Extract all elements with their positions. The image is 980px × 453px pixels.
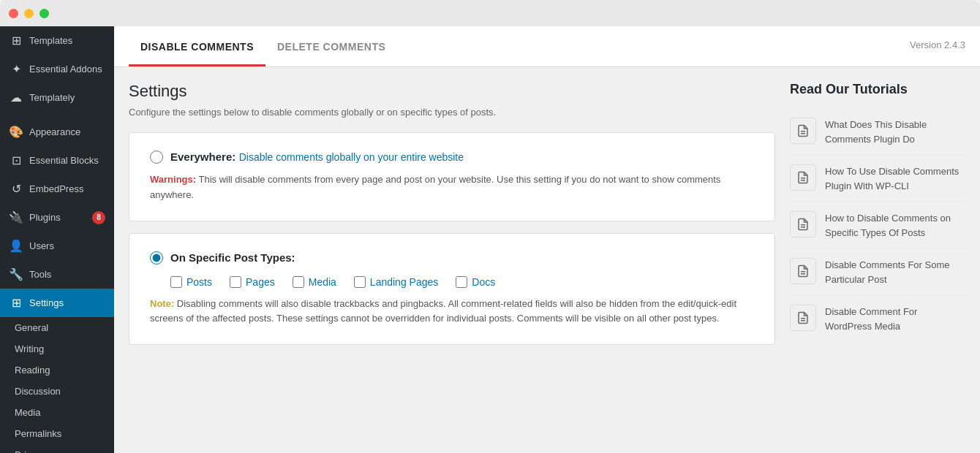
- plugins-badge: 8: [92, 211, 105, 224]
- tutorial-doc-icon-5: [790, 305, 816, 331]
- sidebar-item-label: Templates: [29, 35, 105, 46]
- sidebar-sub-item-media[interactable]: Media: [0, 402, 114, 423]
- tutorial-item-4[interactable]: Disable Comments For Some Particular Pos…: [790, 249, 965, 296]
- sidebar-item-plugins[interactable]: 🔌 Plugins 8: [0, 203, 114, 232]
- tools-icon: 🔧: [9, 267, 23, 281]
- sidebar-sub-item-discussion[interactable]: Discussion: [0, 381, 114, 402]
- tab-bar: DISABLE COMMENTS DELETE COMMENTS Version…: [114, 26, 980, 67]
- sidebar-item-label: Essential Addons: [29, 64, 105, 75]
- sidebar-item-label: EmbedPress: [29, 183, 105, 194]
- tutorial-text-5: Disable Comment For WordPress Media: [825, 305, 965, 333]
- option-card-specific: On Specific Post Types: Posts Pages: [129, 233, 775, 346]
- settings-icon: ⊞: [9, 296, 23, 310]
- tutorial-text-3: How to Disable Comments on Specific Type…: [825, 211, 965, 240]
- plugins-icon: 🔌: [9, 210, 23, 224]
- radio-everywhere[interactable]: [150, 151, 163, 164]
- checkbox-landing-pages-input[interactable]: [354, 276, 366, 288]
- sidebar-item-label: Users: [29, 240, 105, 251]
- appearance-icon: 🎨: [9, 125, 23, 139]
- sidebar-item-label: Essential Blocks: [29, 155, 105, 166]
- checkbox-pages-input[interactable]: [230, 276, 241, 288]
- checkbox-landing-pages[interactable]: Landing Pages: [354, 276, 438, 288]
- templates-icon: ⊞: [9, 34, 23, 47]
- version-label: Version 2.4.3: [910, 39, 965, 53]
- window-chrome: [0, 0, 980, 26]
- tab-disable-comments[interactable]: DISABLE COMMENTS: [129, 26, 265, 66]
- essential-addons-icon: ✦: [9, 62, 23, 76]
- tutorial-doc-icon-2: [790, 164, 816, 191]
- tutorials-title: Read Our Tutorials: [790, 82, 965, 97]
- embedpress-icon: ↺: [9, 182, 23, 196]
- option-card-everywhere: Everywhere: Disable comments globally on…: [129, 132, 775, 221]
- tutorial-text-2: How To Use Disable Comments Plugin With …: [825, 164, 965, 193]
- tutorials-sidebar: Read Our Tutorials What Does This Disabl…: [790, 82, 965, 438]
- sidebar-sub-item-writing[interactable]: Writing: [0, 338, 114, 359]
- sidebar-sub-item-general[interactable]: General: [0, 317, 114, 338]
- checkbox-pages[interactable]: Pages: [230, 276, 275, 288]
- sidebar-item-embedpress[interactable]: ↺ EmbedPress: [0, 175, 114, 203]
- radio-specific[interactable]: [150, 251, 163, 264]
- sidebar-item-label: Appearance: [29, 126, 105, 137]
- sidebar: ⊞ Templates ✦ Essential Addons ☁ Templat…: [0, 26, 114, 453]
- sidebar-item-templates[interactable]: ⊞ Templates: [0, 26, 114, 55]
- settings-subtitle: Configure the settings below to disable …: [129, 107, 775, 118]
- note-text: Note: Disabling comments will also disab…: [150, 297, 754, 327]
- minimize-button[interactable]: [24, 9, 34, 18]
- sidebar-item-label: Templately: [29, 92, 105, 103]
- sidebar-item-label: Settings: [29, 297, 105, 308]
- sidebar-item-label: Plugins: [29, 212, 86, 223]
- sidebar-item-essential-blocks[interactable]: ⊡ Essential Blocks: [0, 146, 114, 175]
- sidebar-item-tools[interactable]: 🔧 Tools: [0, 260, 114, 289]
- tab-delete-comments[interactable]: DELETE COMMENTS: [265, 26, 397, 66]
- option-row-everywhere: Everywhere: Disable comments globally on…: [150, 151, 754, 164]
- tutorial-text-1: What Does This Disable Comments Plugin D…: [825, 118, 965, 146]
- checkbox-docs[interactable]: Docs: [456, 276, 495, 288]
- option-label-specific[interactable]: On Specific Post Types:: [170, 251, 295, 264]
- users-icon: 👤: [9, 239, 23, 253]
- checkbox-posts-input[interactable]: [170, 276, 182, 288]
- sidebar-sub-item-privacy[interactable]: Privacy: [0, 444, 114, 453]
- sidebar-item-label: Tools: [29, 269, 105, 280]
- close-button[interactable]: [9, 9, 18, 18]
- checkbox-posts[interactable]: Posts: [170, 276, 212, 288]
- sidebar-sub-item-reading[interactable]: Reading: [0, 359, 114, 381]
- tutorial-item-5[interactable]: Disable Comment For WordPress Media: [790, 296, 965, 342]
- sidebar-item-essential-addons[interactable]: ✦ Essential Addons: [0, 55, 114, 83]
- checkbox-row: Posts Pages Media Landing Pages: [170, 276, 754, 288]
- sidebar-sub-item-permalinks[interactable]: Permalinks: [0, 423, 114, 444]
- sidebar-item-settings[interactable]: ⊞ Settings: [0, 289, 114, 317]
- main-content: DISABLE COMMENTS DELETE COMMENTS Version…: [114, 26, 980, 453]
- option-label-everywhere[interactable]: Everywhere: Disable comments globally on…: [170, 151, 464, 164]
- tutorial-doc-icon-1: [790, 118, 816, 144]
- warning-text-everywhere: Warnings: This will disable comments fro…: [150, 172, 754, 203]
- settings-title: Settings: [129, 82, 775, 101]
- tutorial-doc-icon-4: [790, 258, 816, 284]
- essential-blocks-icon: ⊡: [9, 153, 23, 167]
- tutorial-item-1[interactable]: What Does This Disable Comments Plugin D…: [790, 109, 965, 156]
- tutorial-item-2[interactable]: How To Use Disable Comments Plugin With …: [790, 156, 965, 202]
- checkbox-docs-input[interactable]: [456, 276, 467, 288]
- settings-area: Settings Configure the settings below to…: [114, 67, 980, 453]
- templately-icon: ☁: [9, 91, 23, 104]
- settings-main: Settings Configure the settings below to…: [129, 82, 775, 438]
- sidebar-item-appearance[interactable]: 🎨 Appearance: [0, 118, 114, 146]
- option-row-specific: On Specific Post Types:: [150, 251, 754, 264]
- tutorial-item-3[interactable]: How to Disable Comments on Specific Type…: [790, 202, 965, 249]
- checkbox-media[interactable]: Media: [293, 276, 336, 288]
- checkbox-media-input[interactable]: [293, 276, 304, 288]
- tutorial-doc-icon-3: [790, 211, 816, 237]
- sidebar-item-templately[interactable]: ☁ Templately: [0, 83, 114, 112]
- tutorial-text-4: Disable Comments For Some Particular Pos…: [825, 258, 965, 286]
- sidebar-item-users[interactable]: 👤 Users: [0, 232, 114, 260]
- maximize-button[interactable]: [39, 9, 49, 18]
